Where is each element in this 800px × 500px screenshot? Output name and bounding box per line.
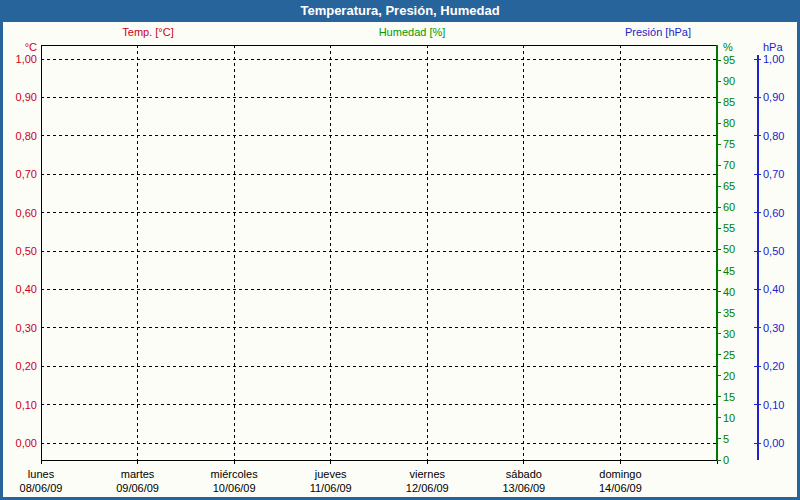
legend-pressure-label: Presión [hPa]: [625, 26, 691, 38]
humidity-axis-unit-label: %: [723, 40, 733, 54]
legend-humidity-label: Humedad [%]: [379, 26, 446, 38]
page-title: Temperatura, Presión, Humedad: [300, 3, 499, 18]
pressure-axis-unit-label: hPa: [763, 40, 783, 54]
legend-temp-label: Temp. [°C]: [122, 26, 173, 38]
temp-axis-unit-label: °C: [0, 40, 37, 54]
chart-plot-area: [0, 0, 800, 500]
chart-window: Temperatura, Presión, Humedad Temp. [°C]…: [0, 0, 800, 500]
title-bar: Temperatura, Presión, Humedad: [0, 0, 800, 22]
